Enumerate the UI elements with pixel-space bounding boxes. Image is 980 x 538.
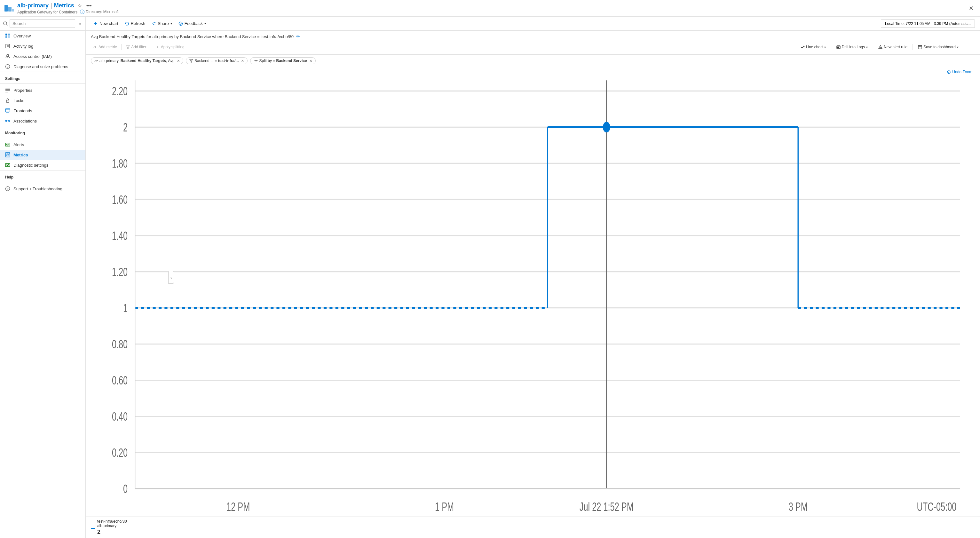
- new-chart-label: New chart: [99, 21, 118, 26]
- new-alert-rule-button[interactable]: New alert rule: [876, 43, 910, 51]
- legend-text-group: test-infra/echo/80 alb-primary 2: [97, 519, 127, 535]
- svg-text:3 PM: 3 PM: [789, 501, 808, 514]
- main-toolbar: New chart Refresh Share ▾: [86, 17, 980, 31]
- split-chip[interactable]: Split by = Backend Service ×: [250, 57, 316, 64]
- more-chart-options-label: ...: [969, 45, 972, 49]
- add-metric-button[interactable]: Add metric: [91, 43, 119, 51]
- svg-text:0.60: 0.60: [112, 374, 127, 387]
- help-section-header: Help: [0, 170, 85, 181]
- metric-chip-close[interactable]: ×: [177, 59, 180, 63]
- svg-rect-21: [6, 100, 9, 102]
- svg-line-6: [6, 25, 7, 25]
- app-resource-name: alb-primary: [17, 2, 49, 9]
- sidebar-item-associations[interactable]: Associations: [0, 116, 85, 126]
- add-filter-label: Add filter: [131, 45, 146, 49]
- metrics-chart: 2.20 2 1.80 1.60 1.40 1.20 1 0.80 0.60 0…: [91, 70, 975, 516]
- new-chart-icon: [93, 21, 98, 26]
- svg-text:0.80: 0.80: [112, 338, 127, 351]
- svg-marker-44: [126, 46, 129, 49]
- main-layout: « Overview Activity l: [0, 17, 980, 538]
- svg-text:1: 1: [123, 302, 127, 315]
- ctrl-separator-4: [873, 44, 873, 50]
- drill-into-logs-button[interactable]: Drill into Logs ▾: [834, 43, 870, 51]
- add-filter-button[interactable]: Add filter: [124, 43, 149, 51]
- legend-current-value: 2: [97, 529, 127, 535]
- sidebar-item-diagnostic-settings[interactable]: Diagnostic settings: [0, 160, 85, 170]
- close-button[interactable]: ✕: [966, 3, 976, 13]
- legend-item: test-infra/echo/80 alb-primary 2: [91, 519, 975, 535]
- save-to-dashboard-button[interactable]: Save to dashboard ▾: [915, 43, 961, 51]
- chart-legend: test-infra/echo/80 alb-primary 2: [86, 516, 980, 538]
- ctrl-separator-6: [964, 44, 964, 50]
- app-subtitle: Application Gateway for Containers: [17, 10, 77, 14]
- ctrl-separator-2: [151, 44, 151, 50]
- toolbar-right: Local Time: 7/22 11:05 AM - 3:39 PM (Aut…: [881, 19, 975, 28]
- svg-point-25: [5, 120, 7, 121]
- svg-text:1 PM: 1 PM: [435, 501, 454, 514]
- search-input[interactable]: [10, 19, 75, 28]
- svg-marker-61: [256, 60, 257, 61]
- svg-text:1.60: 1.60: [112, 193, 127, 206]
- sidebar-item-frontends[interactable]: Frontends: [0, 105, 85, 116]
- sidebar-item-metrics[interactable]: Metrics: [0, 150, 85, 160]
- alerts-icon: [5, 142, 10, 147]
- svg-text:?: ?: [7, 188, 8, 191]
- apply-splitting-icon: [156, 45, 160, 49]
- favorite-button[interactable]: ☆: [76, 2, 83, 9]
- sidebar: « Overview Activity l: [0, 17, 86, 538]
- filter-chip-close[interactable]: ×: [241, 59, 244, 63]
- sidebar-item-support[interactable]: ? Support + Troubleshooting: [0, 184, 85, 194]
- sidebar-item-frontends-label: Frontends: [13, 108, 32, 113]
- activity-log-icon: [5, 43, 10, 49]
- filter-chip-icon: [189, 59, 193, 63]
- line-chart-icon: [800, 45, 805, 49]
- sidebar-item-diagnose[interactable]: ? Diagnose and solve problems: [0, 61, 85, 72]
- svg-rect-19: [5, 90, 10, 91]
- refresh-label: Refresh: [131, 21, 146, 26]
- line-chart-button[interactable]: Line chart ▾: [798, 43, 828, 51]
- svg-rect-11: [6, 44, 10, 48]
- time-range-button[interactable]: Local Time: 7/22 11:05 AM - 3:39 PM (Aut…: [881, 19, 975, 28]
- sidebar-item-iam[interactable]: Access control (IAM): [0, 51, 85, 61]
- svg-point-52: [880, 48, 881, 48]
- line-chart-label: Line chart: [806, 45, 823, 49]
- refresh-button[interactable]: Refresh: [122, 19, 148, 27]
- split-chip-close[interactable]: ×: [310, 59, 312, 63]
- feedback-dropdown-arrow: ▾: [204, 22, 206, 25]
- new-chart-button[interactable]: New chart: [91, 19, 121, 27]
- legend-color-swatch: [91, 528, 95, 529]
- sidebar-item-overview[interactable]: Overview: [0, 31, 85, 41]
- svg-marker-47: [158, 46, 158, 48]
- filter-chips-bar: alb-primary, Backend Healthy Targets, Av…: [86, 55, 980, 67]
- more-chart-options-button[interactable]: ...: [967, 43, 975, 51]
- drill-logs-dropdown-arrow: ▾: [866, 45, 868, 49]
- more-options-button[interactable]: •••: [85, 2, 93, 9]
- svg-rect-20: [5, 92, 8, 92]
- share-button[interactable]: Share ▾: [149, 19, 175, 27]
- sidebar-item-locks[interactable]: Locks: [0, 96, 85, 105]
- sidebar-collapse-tab[interactable]: ‹: [168, 271, 174, 284]
- apply-splitting-button[interactable]: Apply splitting: [153, 43, 187, 51]
- sidebar-item-alerts[interactable]: Alerts: [0, 140, 85, 150]
- svg-text:i: i: [82, 11, 83, 14]
- filter-chip[interactable]: Backend ... = test-infra/... ×: [186, 57, 248, 64]
- chart-title-bar: Avg Backend Healthy Targets for alb-prim…: [91, 34, 975, 39]
- svg-rect-7: [5, 33, 7, 35]
- svg-text:UTC-05:00: UTC-05:00: [917, 501, 957, 514]
- chart-title-edit-button[interactable]: ✏: [296, 34, 300, 39]
- sidebar-item-support-label: Support + Troubleshooting: [13, 186, 62, 191]
- svg-rect-24: [6, 112, 9, 113]
- sidebar-item-properties[interactable]: Properties: [0, 85, 85, 96]
- collapse-sidebar-button[interactable]: «: [77, 20, 82, 27]
- metric-chip[interactable]: alb-primary, Backend Healthy Targets, Av…: [91, 57, 183, 64]
- svg-text:12 PM: 12 PM: [226, 501, 250, 514]
- feedback-button[interactable]: Feedback ▾: [176, 19, 208, 27]
- svg-text:2: 2: [123, 121, 127, 134]
- sidebar-item-activity-log[interactable]: Activity log: [0, 41, 85, 51]
- share-label: Share: [158, 21, 169, 26]
- metric-chip-icon: [94, 59, 98, 63]
- properties-icon: [5, 88, 10, 93]
- sidebar-item-metrics-label: Metrics: [13, 153, 28, 158]
- chart-controls-right: Line chart ▾ Drill into Logs ▾: [798, 43, 975, 51]
- save-dashboard-dropdown-arrow: ▾: [957, 45, 959, 49]
